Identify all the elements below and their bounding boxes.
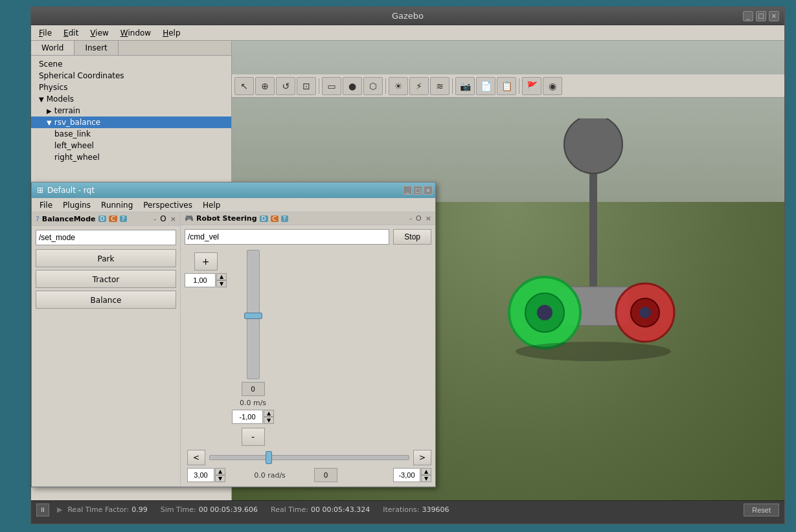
angle-slider-thumb[interactable] xyxy=(266,451,272,464)
tree-scene[interactable]: Scene xyxy=(31,58,231,70)
speed-unit-label: 0.0 m/s xyxy=(240,399,266,407)
angle-slider-track[interactable] xyxy=(209,455,409,460)
set-mode-input[interactable] xyxy=(36,230,176,245)
tree-models[interactable]: ▼ Models xyxy=(31,93,231,105)
tool-sphere[interactable]: ● xyxy=(343,77,362,95)
speed-min-down[interactable]: ▼ xyxy=(264,417,274,424)
angle-right-btn[interactable]: > xyxy=(413,450,431,465)
speed-minus-btn[interactable]: - xyxy=(242,428,265,446)
tool-record[interactable]: 📋 xyxy=(497,77,516,95)
iterations-label: Iterations: xyxy=(383,505,419,514)
real-time-label: Real Time: xyxy=(271,505,308,514)
speed-center-input[interactable] xyxy=(242,382,265,396)
angle-right-spinner: ▲ ▼ xyxy=(421,468,431,482)
tree-spherical-coords[interactable]: Spherical Coordinates xyxy=(31,70,231,82)
tool-flag[interactable]: 🚩 xyxy=(522,77,541,95)
minimize-button[interactable]: _ xyxy=(743,11,753,21)
stop-button[interactable]: Stop xyxy=(393,229,431,245)
rqt-dialog: ⊞ Default - rqt _ □ × File Plugins Runni… xyxy=(31,182,436,487)
balance-minus-btn[interactable]: - xyxy=(154,215,156,223)
menu-view[interactable]: View xyxy=(85,27,113,39)
spherical-coords-label: Spherical Coordinates xyxy=(39,71,124,80)
tool-select[interactable]: ↖ xyxy=(234,77,254,95)
tree-rsv-balance[interactable]: ▼ rsv_balance xyxy=(31,116,231,128)
angle-left-val-row: ▲ ▼ xyxy=(187,468,225,482)
plugins-area: ? BalanceMode D C ? - O × Park Tractor B… xyxy=(32,212,435,487)
angle-left-spinner: ▲ ▼ xyxy=(215,468,225,482)
tree-base-link[interactable]: base_link xyxy=(31,128,231,140)
speed-plus-btn[interactable]: + xyxy=(194,252,218,271)
horizontal-slider-row: < > xyxy=(185,450,431,465)
rqt-minimize-btn[interactable]: _ xyxy=(403,186,412,195)
tool-scale[interactable]: ⊡ xyxy=(297,77,316,95)
tool-screenshot[interactable]: 📷 xyxy=(455,77,475,95)
rqt-menu-perspectives[interactable]: Perspectives xyxy=(138,199,198,211)
steering-close-icon[interactable]: × xyxy=(426,214,431,223)
speed-min-up[interactable]: ▲ xyxy=(264,410,274,417)
tractor-button[interactable]: Tractor xyxy=(36,270,176,288)
rqt-close-btn[interactable]: × xyxy=(424,186,433,195)
balance-close-icon[interactable]: × xyxy=(170,215,176,223)
rqt-menu-help[interactable]: Help xyxy=(198,199,225,211)
angle-left-btn[interactable]: < xyxy=(187,450,205,465)
speed-max-row: ▲ ▼ xyxy=(185,273,227,287)
park-button[interactable]: Park xyxy=(36,249,176,267)
tab-world[interactable]: World xyxy=(31,41,74,55)
speed-max-down[interactable]: ▼ xyxy=(216,280,227,287)
angle-right-down[interactable]: ▼ xyxy=(421,475,431,482)
tree-terrain[interactable]: ▶ terrain xyxy=(31,105,231,116)
menu-window[interactable]: Window xyxy=(115,27,156,39)
sim-time-value: 00 00:05:39.606 xyxy=(199,505,258,514)
tree-right-wheel[interactable]: right_wheel xyxy=(31,151,231,163)
separator2 xyxy=(385,78,386,94)
tree-left-wheel[interactable]: left_wheel xyxy=(31,140,231,151)
balance-separator: O xyxy=(160,214,166,223)
maximize-button[interactable]: □ xyxy=(756,11,766,21)
rqt-menu-plugins[interactable]: Plugins xyxy=(58,199,96,211)
tool-target[interactable]: ◉ xyxy=(543,77,562,95)
tree-physics[interactable]: Physics xyxy=(31,82,231,93)
physics-label: Physics xyxy=(39,83,67,92)
angle-left-down[interactable]: ▼ xyxy=(215,475,225,482)
speed-slider-track[interactable] xyxy=(247,250,260,379)
rqt-menu-file[interactable]: File xyxy=(34,199,58,211)
speed-slider-thumb[interactable] xyxy=(244,313,262,319)
cmd-vel-input[interactable] xyxy=(185,229,389,245)
title-bar-buttons: _ □ × xyxy=(743,11,779,21)
tool-cylinder[interactable]: ⬡ xyxy=(363,77,383,95)
angle-center-input[interactable] xyxy=(314,468,337,482)
svg-point-9 xyxy=(516,342,671,361)
rqt-maximize-btn[interactable]: □ xyxy=(413,186,422,195)
scene-label: Scene xyxy=(39,60,63,69)
tool-rotate[interactable]: ↺ xyxy=(276,77,295,95)
pause-button[interactable]: ⏸ xyxy=(36,504,49,516)
angle-center-input-wrap xyxy=(314,468,389,482)
close-button[interactable]: × xyxy=(769,11,779,21)
speed-max-input[interactable] xyxy=(185,273,216,287)
tool-box[interactable]: ▭ xyxy=(322,77,341,95)
speed-max-up[interactable]: ▲ xyxy=(216,273,227,280)
models-arrow: ▼ xyxy=(39,96,44,103)
gazebo-window: Gazebo _ □ × File Edit View Window Help … xyxy=(30,6,785,524)
balance-button[interactable]: Balance xyxy=(36,291,176,309)
tool-translate[interactable]: ⊕ xyxy=(255,77,275,95)
tool-grid[interactable]: ≋ xyxy=(430,77,449,95)
tool-spotlight[interactable]: ⚡ xyxy=(409,77,429,95)
menu-help[interactable]: Help xyxy=(157,27,185,39)
angle-right-up[interactable]: ▲ xyxy=(421,468,431,475)
tool-sun[interactable]: ☀ xyxy=(389,77,408,95)
reset-button[interactable]: Reset xyxy=(744,504,779,516)
angle-left-up[interactable]: ▲ xyxy=(215,468,225,475)
menu-file[interactable]: File xyxy=(34,27,57,39)
angle-left-input[interactable] xyxy=(187,468,214,482)
tab-insert[interactable]: Insert xyxy=(74,41,118,55)
menu-edit[interactable]: Edit xyxy=(58,27,84,39)
world-tabs: World Insert xyxy=(31,41,231,56)
balance-content: Park Tractor Balance xyxy=(32,226,180,315)
steering-minus-btn[interactable]: - xyxy=(409,214,412,223)
tool-log[interactable]: 📄 xyxy=(476,77,495,95)
angle-right-input[interactable] xyxy=(393,468,420,482)
steering-o-btn[interactable]: O xyxy=(416,214,422,223)
rqt-menu-running[interactable]: Running xyxy=(96,199,138,211)
speed-min-input[interactable] xyxy=(232,410,263,424)
